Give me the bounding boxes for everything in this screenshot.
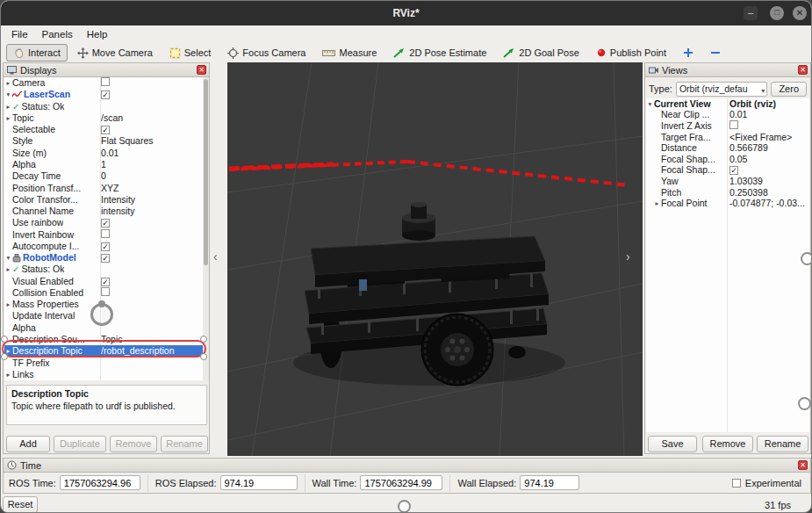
property-value[interactable]: 0.01	[101, 148, 202, 159]
tool-add-tool[interactable]	[676, 44, 701, 61]
tree-row[interactable]: ▾Current ViewOrbit (rviz)	[646, 98, 809, 110]
checkbox-checked[interactable]: ✓	[101, 242, 110, 251]
views-panel-header[interactable]: Views ✕	[645, 63, 810, 77]
tree-row[interactable]: Size (m)0.01	[4, 148, 204, 159]
tree-row[interactable]: Pitch0.250398	[646, 187, 809, 199]
expander-collapsed-icon[interactable]: ▸	[4, 299, 12, 310]
tree-row[interactable]: ▸Camera	[4, 77, 204, 89]
property-value[interactable]: <Fixed Frame>	[729, 132, 808, 143]
close-button[interactable]: ✕	[793, 6, 807, 20]
time-field-value[interactable]	[360, 475, 442, 490]
expander-collapsed-icon[interactable]: ▸	[4, 369, 12, 380]
time-close-icon[interactable]: ✕	[798, 460, 808, 470]
expander-collapsed-icon[interactable]: ▸	[4, 112, 12, 124]
experimental-checkbox[interactable]	[732, 479, 741, 488]
time-panel-header[interactable]: Time ✕	[4, 459, 810, 473]
tree-row[interactable]: Decay Time0	[4, 170, 204, 182]
tree-row[interactable]: StyleFlat Squares	[4, 135, 204, 147]
rename-button[interactable]: Rename	[161, 436, 208, 452]
menu-item-panels[interactable]: Panels	[35, 27, 80, 41]
tree-row[interactable]: ▾LaserScan✓	[4, 89, 204, 100]
tool-publish-point[interactable]: Publish Point	[589, 44, 673, 61]
zero-button[interactable]: Zero	[771, 82, 807, 97]
views-close-icon[interactable]: ✕	[798, 65, 808, 75]
expander-collapsed-icon[interactable]: ▸	[4, 77, 12, 89]
tree-row[interactable]: Target Fra...<Fixed Frame>	[646, 132, 809, 143]
property-value[interactable]: 0.566789	[729, 142, 808, 154]
tree-row[interactable]: Channel Nameintensity	[4, 206, 204, 217]
checkbox-checked[interactable]: ✓	[729, 166, 738, 175]
tree-row[interactable]: ▸Links	[4, 369, 204, 380]
tool-interact[interactable]: Interact	[6, 44, 68, 61]
checkbox-unchecked[interactable]	[729, 120, 738, 129]
tree-row[interactable]: TF Prefix	[4, 357, 204, 368]
property-value[interactable]: /scan	[101, 112, 202, 124]
expander-collapsed-icon[interactable]: ▸	[4, 264, 12, 275]
tree-row[interactable]: ▸Topic/scan	[4, 112, 204, 124]
checkbox-checked[interactable]: ✓	[101, 90, 110, 99]
checkbox-checked[interactable]: ✓	[101, 254, 110, 263]
tree-row[interactable]: Alpha1	[4, 159, 204, 170]
title-bar[interactable]: RViz* –□✕	[1, 1, 811, 25]
remove-button[interactable]: Remove	[702, 436, 753, 452]
checkbox-checked[interactable]: ✓	[101, 126, 110, 134]
tree-row[interactable]: Visual Enabled✓	[4, 276, 204, 287]
tree-row[interactable]: Invert Z Axis	[646, 120, 809, 132]
tree-row[interactable]: ▸Focal Point-0.074877; -0.03...	[646, 198, 809, 209]
property-value[interactable]: 1	[101, 159, 202, 170]
displays-panel-header[interactable]: Displays ✕	[4, 63, 209, 77]
property-value[interactable]: 0.05	[729, 154, 808, 165]
property-value[interactable]: Intensity	[101, 194, 202, 206]
reset-button[interactable]: Reset	[3, 496, 38, 513]
expander-collapsed-icon[interactable]: ▸	[4, 101, 12, 112]
time-field-value[interactable]	[520, 475, 579, 490]
tree-row[interactable]: Near Clip ...0.01	[646, 110, 809, 121]
displays-close-icon[interactable]: ✕	[197, 65, 206, 75]
tool-focus-camera[interactable]: Focus Camera	[220, 44, 313, 61]
tree-row[interactable]: Selectable✓	[4, 124, 204, 135]
tool-2d-goal-pose[interactable]: 2D Goal Pose	[496, 44, 586, 61]
expander-collapsed-icon[interactable]: ▸	[653, 198, 661, 209]
add-button[interactable]: Add	[6, 436, 50, 452]
expander-expanded-icon[interactable]: ▾	[646, 98, 654, 110]
tree-row[interactable]: Autocompute I...✓	[4, 241, 204, 252]
property-value[interactable]: Orbit (rviz)	[729, 98, 808, 110]
property-value[interactable]: -0.074877; -0.03...	[729, 198, 808, 209]
save-button[interactable]: Save	[648, 436, 697, 452]
checkbox-unchecked[interactable]	[101, 229, 110, 238]
minimize-button[interactable]: –	[744, 6, 758, 20]
view-type-dropdown[interactable]: Orbit (rviz_defau ▾	[676, 82, 767, 97]
tool-move-camera[interactable]: Move Camera	[70, 44, 160, 61]
property-value[interactable]: 0	[101, 170, 202, 182]
collapse-right-icon[interactable]: ›	[626, 249, 630, 264]
tool-select[interactable]: Select	[162, 44, 219, 61]
scrollbar-thumb[interactable]	[204, 79, 208, 265]
duplicate-button[interactable]: Duplicate	[54, 436, 106, 452]
tree-row[interactable]: Invert Rainbow	[4, 228, 204, 240]
tree-row[interactable]: Use rainbow✓	[4, 217, 204, 228]
maximize-button[interactable]: □	[770, 6, 784, 20]
tree-row[interactable]: Distance0.566789	[646, 142, 809, 154]
tree-row[interactable]: ▸✓Status: Ok	[4, 101, 204, 112]
property-value[interactable]: 0.250398	[729, 187, 808, 199]
tree-row[interactable]: Yaw1.03039	[646, 176, 809, 187]
tree-row[interactable]: Collision Enabled	[4, 287, 204, 299]
tree-row[interactable]: ▾RobotModel✓	[4, 252, 204, 264]
property-value[interactable]: Flat Squares	[101, 135, 202, 147]
collapse-left-icon[interactable]: ‹	[213, 249, 218, 264]
remove-button[interactable]: Remove	[110, 436, 157, 452]
property-value[interactable]: XYZ	[101, 183, 202, 194]
tool-remove-tool[interactable]	[703, 44, 728, 61]
property-value[interactable]: 1.03039	[729, 176, 808, 187]
time-field-value[interactable]	[220, 475, 298, 490]
tree-row[interactable]: Color Transfor...Intensity	[4, 194, 204, 206]
tool-measure[interactable]: Measure	[315, 44, 384, 61]
tool-2d-pose-estimate[interactable]: 2D Pose Estimate	[386, 44, 493, 61]
time-field-value[interactable]	[60, 475, 140, 490]
checkbox-checked[interactable]: ✓	[101, 278, 110, 286]
expander-expanded-icon[interactable]: ▾	[4, 89, 12, 100]
expander-expanded-icon[interactable]: ▾	[4, 252, 12, 264]
tree-row[interactable]: ▸✓Status: Ok	[4, 264, 204, 275]
menu-item-help[interactable]: Help	[80, 27, 115, 41]
menu-item-file[interactable]: File	[4, 27, 35, 41]
